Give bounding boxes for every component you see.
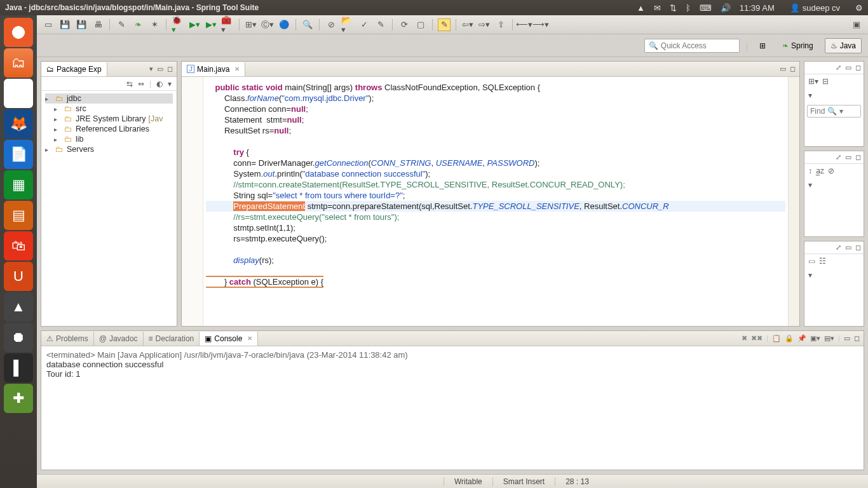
tree-item[interactable]: ▸🗀Referenced Libraries <box>45 124 173 134</box>
volume-icon[interactable]: 🔊 <box>721 3 731 13</box>
close-tab-icon[interactable]: ✕ <box>234 65 240 72</box>
toggle-icon[interactable]: ⊘ <box>325 18 337 31</box>
spring-perspective[interactable]: ❧Spring <box>777 39 818 53</box>
vlc-icon[interactable]: ▲ <box>4 292 33 322</box>
mark-icon[interactable]: ✎ <box>438 18 451 31</box>
impress-icon[interactable]: ▤ <box>4 201 33 230</box>
tab-console[interactable]: ▣Console✕ <box>200 332 258 346</box>
collapse-toolbar-icon[interactable]: ▣ <box>850 18 863 31</box>
clock[interactable]: 11:39 AM <box>740 3 775 13</box>
firefox-icon[interactable]: 🦊 <box>4 109 33 139</box>
console-min-icon[interactable]: ▭ <box>844 334 850 342</box>
quick-access-input[interactable]: 🔍 Quick Access <box>644 39 740 53</box>
search-icon[interactable]: 🔍 <box>301 18 314 31</box>
view-menu-icon[interactable]: ▾ <box>149 65 153 73</box>
writer-icon[interactable]: 📄 <box>4 140 33 169</box>
software-center-icon[interactable]: 🛍 <box>4 231 33 261</box>
sort-icon[interactable]: ↕ <box>808 166 812 175</box>
chevron-down-icon[interactable]: ▾ <box>808 271 812 280</box>
rs-max-icon[interactable]: ◻ <box>855 243 861 252</box>
filter-menu-icon[interactable]: ▾ <box>168 79 172 88</box>
scroll-lock-icon[interactable]: 🔒 <box>785 334 794 342</box>
star-icon[interactable]: ✶ <box>148 18 161 31</box>
restore-icon[interactable]: ⤢ <box>836 64 841 72</box>
run-icon[interactable]: ▶▾ <box>188 18 201 31</box>
files-icon[interactable]: 🗂 <box>4 48 33 78</box>
collapse-all-icon[interactable]: ⇆ <box>126 79 133 88</box>
mylyn-icon[interactable]: ✎ <box>374 18 387 31</box>
find-input[interactable]: Find🔍▾ <box>807 105 861 118</box>
az-icon[interactable]: a̲z <box>816 166 824 175</box>
recorder-icon[interactable]: ⏺ <box>4 323 33 352</box>
link-editor-icon[interactable]: ⇔ <box>138 79 144 88</box>
rs-min-icon[interactable]: ▭ <box>845 64 851 72</box>
editor-body[interactable]: public static void main(String[] args) t… <box>182 77 799 326</box>
calc-icon[interactable]: ▦ <box>4 170 33 200</box>
back-icon[interactable]: ⇦▾ <box>461 18 474 31</box>
debug-icon[interactable]: 🐞▾ <box>172 18 184 31</box>
print-icon[interactable]: 🖶 <box>92 18 104 31</box>
restore-icon[interactable]: ⤢ <box>836 243 841 252</box>
save-icon[interactable]: 💾 <box>58 18 71 31</box>
task-icon[interactable]: ✓ <box>358 18 370 31</box>
network-icon[interactable]: ⇅ <box>670 3 677 13</box>
remove-all-icon[interactable]: ✖✖ <box>751 334 763 342</box>
leaf-icon[interactable]: ❧ <box>132 18 144 31</box>
overview-ruler[interactable] <box>788 77 799 326</box>
code-area[interactable]: public static void main(String[] args) t… <box>203 77 788 326</box>
new-pkg-icon[interactable]: ⊞▾ <box>245 18 257 31</box>
open-type-icon[interactable]: 🔵 <box>278 18 290 31</box>
minimize-icon[interactable]: ▭ <box>157 65 163 73</box>
package-tree[interactable]: ▸🗀jdbc▸🗀src▸🗀JRE System Library [Jav▸🗀Re… <box>41 91 177 157</box>
rs-max-icon[interactable]: ◻ <box>855 64 861 72</box>
bluetooth-icon[interactable]: ᛒ <box>686 3 691 13</box>
pin-icon[interactable]: 📌 <box>797 334 806 342</box>
focus-icon[interactable]: ◐ <box>156 79 163 88</box>
chrome-icon[interactable]: ◉ <box>4 79 33 108</box>
clear-console-icon[interactable]: 📋 <box>772 334 781 342</box>
folder-icon[interactable]: 📂▾ <box>341 18 354 31</box>
remove-launch-icon[interactable]: ✖ <box>742 334 747 342</box>
user-menu[interactable]: 👤 sudeep cv <box>790 3 840 13</box>
tree-item[interactable]: ▸🗀lib <box>45 134 173 144</box>
new-icon[interactable]: ▭ <box>42 18 55 31</box>
ubuntu-one-icon[interactable]: U <box>4 262 33 291</box>
tree-item[interactable]: ▸🗀JRE System Library [Jav <box>45 114 173 124</box>
chevron-down-icon[interactable]: ▾ <box>808 180 812 189</box>
maximize-icon[interactable]: ◻ <box>167 65 173 73</box>
run-last-icon[interactable]: ▶▾ <box>205 18 217 31</box>
nav-back-icon[interactable]: ⟵▾ <box>518 18 531 31</box>
open-perspective-button[interactable]: ⊞ <box>754 39 771 53</box>
tab-declaration[interactable]: ≡Declaration <box>144 332 200 346</box>
rs-max-icon[interactable]: ◻ <box>855 153 861 161</box>
settings-gear-icon[interactable]: ⚙ <box>855 3 863 13</box>
mail-icon[interactable]: ✉ <box>654 3 661 13</box>
sts-icon[interactable]: ✚ <box>4 384 33 413</box>
wand-icon[interactable]: ✎ <box>115 18 128 31</box>
terminal-icon[interactable]: ▌ <box>4 353 33 383</box>
refresh-icon[interactable]: ⟳ <box>398 18 410 31</box>
new-class-icon[interactable]: Ⓒ▾ <box>261 18 274 31</box>
rs-min-icon[interactable]: ▭ <box>845 243 851 252</box>
up-icon[interactable]: ⇧ <box>494 18 507 31</box>
editor-minimize-icon[interactable]: ▭ <box>780 65 786 73</box>
box-icon[interactable]: ▭ <box>808 257 815 266</box>
type-hier-icon[interactable]: ⊟ <box>822 77 829 86</box>
package-explorer-tab[interactable]: 🗂 Package Exp <box>41 62 107 76</box>
close-icon[interactable]: ✕ <box>247 335 252 342</box>
console-output[interactable]: <terminated> Main [Java Application] /us… <box>41 346 864 470</box>
rs-min-icon[interactable]: ▭ <box>845 153 851 161</box>
tree-item[interactable]: ▸🗀src <box>45 104 173 114</box>
dash-icon[interactable] <box>4 18 33 47</box>
restore-icon[interactable]: ⤢ <box>836 153 841 161</box>
new-icon[interactable]: ⊞▾ <box>808 77 818 86</box>
nav-fwd-icon[interactable]: ⟶▾ <box>534 18 547 31</box>
java-perspective[interactable]: ♨Java <box>825 38 862 53</box>
console-max-icon[interactable]: ◻ <box>854 334 860 342</box>
editor-tab-main[interactable]: 🄹 Main.java ✕ <box>182 62 245 76</box>
filter-icon[interactable]: ⊘ <box>828 166 834 175</box>
ext-tools-icon[interactable]: 🧰▾ <box>221 18 234 31</box>
tree-item[interactable]: ▸🗀jdbc <box>45 93 173 104</box>
vlc-tray-icon[interactable]: ▲ <box>637 3 645 13</box>
chevron-down-icon[interactable]: ▾ <box>808 91 812 100</box>
